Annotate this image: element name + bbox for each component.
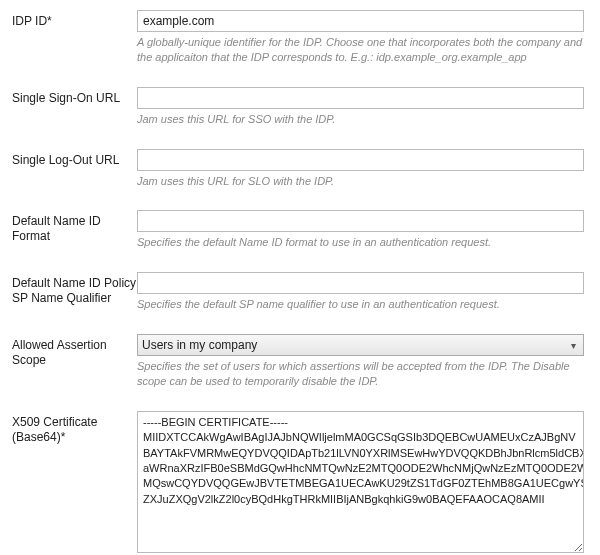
- input-idp-id[interactable]: [137, 10, 584, 32]
- label-sso-url: Single Sign-On URL: [12, 87, 137, 106]
- hint-slo-url: Jam uses this URL for SLO with the IDP.: [137, 174, 584, 189]
- hint-nameid-format: Specifies the default Name ID format to …: [137, 235, 584, 250]
- label-nameid-format: Default Name ID Format: [12, 210, 137, 244]
- label-nameid-policy-sp: Default Name ID Policy SP Name Qualifier: [12, 272, 137, 306]
- idp-config-form: IDP ID* A globally-unique identifier for…: [0, 0, 600, 555]
- row-slo-url: Single Log-Out URL Jam uses this URL for…: [12, 149, 588, 189]
- row-assertion-scope: Allowed Assertion Scope Users in my comp…: [12, 334, 588, 389]
- hint-sso-url: Jam uses this URL for SSO with the IDP.: [137, 112, 584, 127]
- select-assertion-scope[interactable]: Users in my company: [137, 334, 584, 356]
- row-nameid-policy-sp: Default Name ID Policy SP Name Qualifier…: [12, 272, 588, 312]
- input-nameid-policy-sp[interactable]: [137, 272, 584, 294]
- hint-nameid-policy-sp: Specifies the default SP name qualifier …: [137, 297, 584, 312]
- input-nameid-format[interactable]: [137, 210, 584, 232]
- label-x509: X509 Certificate (Base64)*: [12, 411, 137, 445]
- row-idp-id: IDP ID* A globally-unique identifier for…: [12, 10, 588, 65]
- row-x509: X509 Certificate (Base64)* x.509 certifi…: [12, 411, 588, 555]
- input-sso-url[interactable]: [137, 87, 584, 109]
- input-slo-url[interactable]: [137, 149, 584, 171]
- row-sso-url: Single Sign-On URL Jam uses this URL for…: [12, 87, 588, 127]
- row-nameid-format: Default Name ID Format Specifies the def…: [12, 210, 588, 250]
- hint-assertion-scope: Specifies the set of users for which ass…: [137, 359, 584, 389]
- hint-idp-id: A globally-unique identifier for the IDP…: [137, 35, 584, 65]
- label-slo-url: Single Log-Out URL: [12, 149, 137, 168]
- textarea-x509[interactable]: [137, 411, 584, 553]
- label-assertion-scope: Allowed Assertion Scope: [12, 334, 137, 368]
- label-idp-id: IDP ID*: [12, 10, 137, 29]
